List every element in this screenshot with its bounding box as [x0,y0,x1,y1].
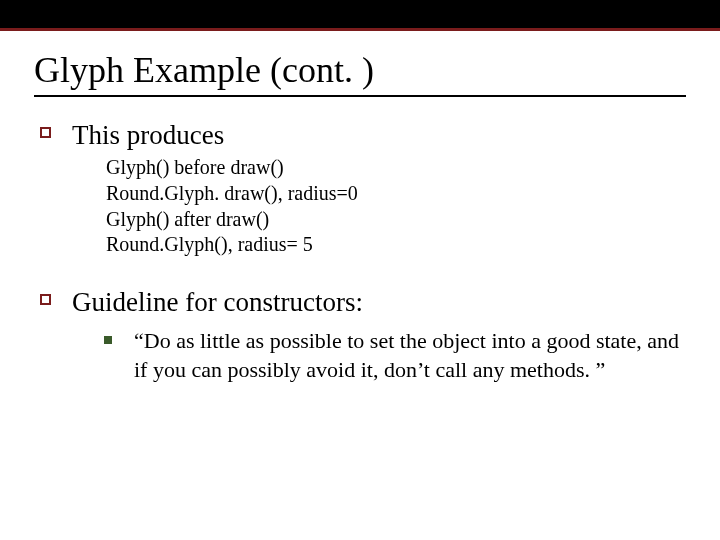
sub-bullet-quote: “Do as little as possible to set the obj… [104,326,686,384]
sub-bullet-text: “Do as little as possible to set the obj… [134,326,686,384]
bullet-guideline: Guideline for constructors: “Do as littl… [34,286,686,384]
bullet-this-produces: This produces Glyph() before draw() Roun… [34,119,686,258]
code-line: Round.Glyph. draw(), radius=0 [106,181,686,207]
code-line: Round.Glyph(), radius= 5 [106,232,686,258]
header-bar [0,0,720,31]
slide-content: Glyph Example (cont. ) This produces Gly… [0,31,720,384]
square-bullet-icon [40,127,51,138]
code-line: Glyph() before draw() [106,155,686,181]
code-line: Glyph() after draw() [106,207,686,233]
solid-bullet-icon [104,336,112,344]
square-bullet-icon [40,294,51,305]
bullet-heading: This produces [72,119,686,151]
slide-title: Glyph Example (cont. ) [34,49,686,91]
code-output-block: Glyph() before draw() Round.Glyph. draw(… [106,155,686,257]
bullet-heading: Guideline for constructors: [72,286,686,318]
title-underline [34,95,686,97]
sub-bullet-list: “Do as little as possible to set the obj… [104,326,686,384]
main-bullet-list: This produces Glyph() before draw() Roun… [34,119,686,384]
